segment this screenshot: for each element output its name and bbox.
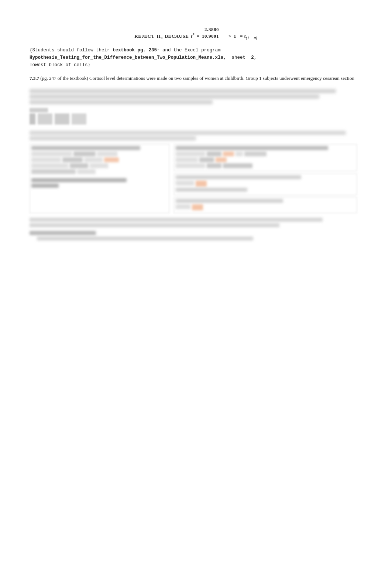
reject-equation-line: REJECT H0 BECAUSE t* = 2.3880 10.9001 > … bbox=[30, 33, 362, 40]
blurred-text-1 bbox=[30, 89, 362, 104]
problem-block: 7.3.7 (pg. 247 of the textbook) Cortisol… bbox=[30, 75, 362, 82]
ref-sheet-label: sheet bbox=[232, 55, 246, 60]
problem-text: (pg. 247 of the textbook) Cortisol level… bbox=[40, 75, 354, 81]
above-value: 2.3880 bbox=[204, 27, 219, 33]
problem-number: 7.3.7 bbox=[30, 75, 39, 81]
h0-label: H0 bbox=[157, 33, 163, 40]
blurred-text-2 bbox=[30, 131, 362, 140]
ref-sheet-num: 2, bbox=[251, 55, 257, 60]
blurred-answer-note bbox=[30, 231, 362, 241]
because-label: BECAUSE bbox=[165, 33, 189, 39]
page-wrapper: REJECT H0 BECAUSE t* = 2.3880 10.9001 > … bbox=[30, 33, 362, 241]
ref-suffix: lowest block of cells} bbox=[30, 62, 90, 68]
equals-label: = bbox=[197, 33, 200, 39]
blurred-table-1 bbox=[30, 108, 362, 126]
blurred-spreadsheet bbox=[30, 144, 362, 213]
h0-subscript: 0 bbox=[161, 36, 162, 40]
t-value: 2.3880 10.9001 bbox=[202, 33, 219, 39]
reject-label: REJECT bbox=[134, 33, 154, 39]
blurred-formula-row bbox=[30, 218, 362, 227]
formula-label: = t(1 − α) bbox=[240, 33, 258, 40]
reject-section: REJECT H0 BECAUSE t* = 2.3880 10.9001 > … bbox=[30, 33, 362, 40]
ref-bold-file: Hypothesis_Testing_for_the_Difference_be… bbox=[30, 55, 226, 60]
greater-label: > bbox=[228, 33, 231, 39]
ref-bold-pg: textbook pg. 235- bbox=[113, 48, 160, 53]
ref-middle: and the Excel program bbox=[162, 48, 221, 53]
one-label: 1 bbox=[234, 33, 236, 39]
blurred-content-area bbox=[30, 89, 362, 241]
textbook-ref-block: {Students should follow their textbook p… bbox=[30, 47, 362, 69]
ref-prefix: {Students should follow their bbox=[30, 48, 110, 53]
formula-subscript: (1 − α) bbox=[246, 36, 258, 40]
t-label: t* bbox=[191, 33, 195, 39]
